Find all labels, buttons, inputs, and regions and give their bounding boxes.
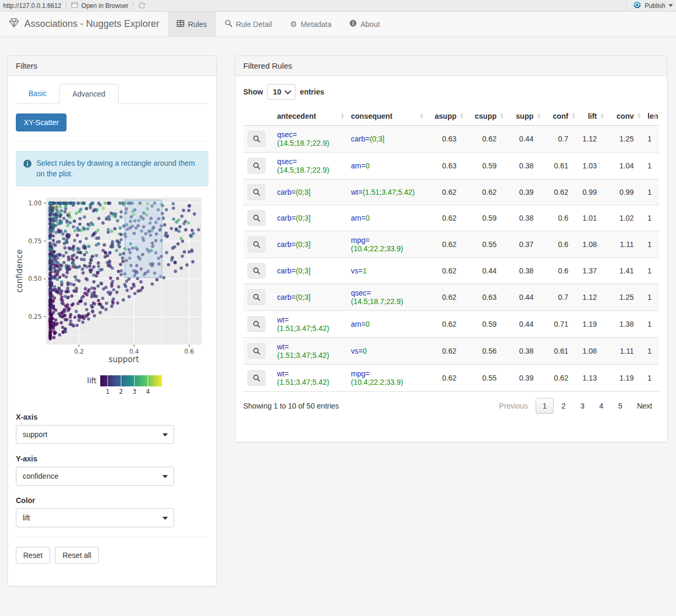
inspect-rule-button[interactable] [247, 289, 265, 305]
svg-text:0.25: 0.25 [28, 313, 42, 320]
header-inspect-column [243, 107, 273, 126]
pagination-page-2[interactable]: 2 [555, 398, 573, 414]
conv-cell: 1.41 [606, 258, 643, 284]
lift-cell: 1.37 [578, 258, 606, 284]
sort-icons: ▲▼ [537, 113, 541, 119]
subtab-advanced[interactable]: Advanced [59, 84, 118, 104]
table-header-row: antecedent▲▼consequent▲▼asupp▲▼csupp▲▼su… [243, 107, 659, 126]
consequent-cell: mpg=(10.4;22.2;33.9) [347, 365, 426, 392]
y-axis-select[interactable]: confidence [16, 467, 174, 486]
inspect-rule-button[interactable] [247, 184, 265, 200]
reset-all-button[interactable]: Reset all [55, 547, 98, 564]
svg-text:2: 2 [119, 388, 123, 395]
column-header-conv[interactable]: conv▲▼ [606, 107, 643, 126]
scatter-plot[interactable]: 0.20.40.60.250.500.751.00supportconfiden… [16, 194, 208, 402]
lift-cell: 1.19 [578, 311, 606, 338]
sort-icons: ▲▼ [600, 113, 604, 119]
subtab-basic[interactable]: Basic [16, 84, 59, 104]
pagination-page-3[interactable]: 3 [574, 398, 592, 414]
supp-cell: 0.37 [506, 231, 543, 258]
color-select[interactable]: lift [16, 508, 174, 527]
len-cell: 1 [643, 231, 659, 258]
pagination-page-4[interactable]: 4 [593, 398, 611, 414]
svg-text:0.2: 0.2 [74, 348, 84, 355]
consequent-cell: carb=(0;3] [347, 126, 426, 153]
lift-colorbar [100, 375, 162, 386]
app-title: Associations - Nuggets Explorer [24, 18, 159, 30]
sort-icons: ▲▼ [460, 113, 464, 119]
inspect-rule-button[interactable] [247, 343, 265, 359]
reset-button[interactable]: Reset [16, 547, 50, 564]
conf-cell: 0.61 [543, 153, 578, 179]
conv-cell: 1.11 [606, 338, 643, 365]
xy-scatter-button[interactable]: XY-Scatter [16, 113, 66, 131]
rule-row: qsec=(14.5;18.7;22.9)am=00.630.590.380.6… [243, 153, 659, 179]
rule-row: carb=(0;3]mpg=(10.4;22.2;33.9)0.620.550.… [243, 231, 659, 258]
inspect-rule-button[interactable] [247, 131, 265, 147]
column-header-conf[interactable]: conf▲▼ [543, 107, 578, 126]
tab-about[interactable]: About [340, 12, 389, 36]
supp-cell: 0.38 [506, 205, 543, 231]
conf-cell: 0.71 [543, 311, 578, 338]
column-header-consequent[interactable]: consequent▲▼ [347, 107, 426, 126]
x-axis-title: support [109, 355, 139, 364]
page-length-select[interactable]: 10 [267, 84, 296, 100]
csupp-cell: 0.59 [466, 205, 506, 231]
publish-icon [633, 1, 642, 10]
antecedent-cell: carb=(0;3] [273, 284, 347, 311]
conf-cell: 0.62 [543, 179, 578, 205]
svg-text:3: 3 [132, 388, 137, 395]
tab-rules[interactable]: Rules [168, 12, 216, 36]
publish-caret-icon[interactable] [669, 4, 673, 7]
pagination-next[interactable]: Next [630, 398, 659, 414]
open-in-browser-button[interactable]: Open in Browser [71, 2, 128, 10]
rules-table: antecedent▲▼consequent▲▼asupp▲▼csupp▲▼su… [243, 107, 659, 392]
csupp-cell: 0.62 [466, 126, 506, 153]
csupp-cell: 0.59 [466, 311, 506, 338]
inspect-rule-button[interactable] [247, 370, 265, 386]
publish-button[interactable]: Publish [645, 2, 665, 10]
inspect-rule-button[interactable] [247, 316, 265, 332]
chevron-down-icon [163, 475, 168, 478]
svg-text:0.4: 0.4 [129, 348, 139, 355]
column-header-len[interactable]: len▲▼ [643, 107, 659, 126]
x-axis-label: X-axis [16, 413, 208, 421]
toolbar-separator [66, 2, 66, 10]
column-header-antecedent[interactable]: antecedent▲▼ [273, 107, 347, 126]
page-length-control: Show 10 entries [243, 84, 659, 100]
inspect-rule-button[interactable] [247, 158, 265, 174]
inspect-rule-button[interactable] [247, 263, 265, 279]
tab-metadata[interactable]: ⚙ Metadata [281, 12, 340, 36]
rule-row: qsec=(14.5;18.7;22.9)carb=(0;3]0.630.620… [243, 126, 659, 153]
x-axis-select[interactable]: support [16, 425, 174, 444]
lift-cell: 1.13 [578, 365, 606, 392]
tab-rule-detail[interactable]: Rule Detail [216, 12, 281, 36]
column-header-csupp[interactable]: csupp▲▼ [466, 107, 506, 126]
supp-cell: 0.38 [506, 153, 543, 179]
pagination-page-5[interactable]: 5 [611, 398, 629, 414]
table-info: Showing 1 to 10 of 50 entries [243, 402, 339, 410]
pagination-previous[interactable]: Previous [492, 398, 535, 414]
column-header-asupp[interactable]: asupp▲▼ [426, 107, 466, 126]
legend-title: lift [87, 376, 97, 385]
pagination-page-1[interactable]: 1 [536, 398, 554, 414]
info-alert-text: Select rules by drawing a rectangle arou… [36, 158, 201, 179]
refresh-button[interactable] [138, 2, 146, 10]
color-label: Color [16, 496, 208, 505]
toolbar-separator [133, 2, 134, 10]
inspect-rule-button[interactable] [247, 236, 265, 252]
conf-cell: 0.7 [543, 284, 578, 311]
lift-cell: 1.03 [578, 153, 606, 179]
csupp-cell: 0.55 [466, 365, 506, 392]
column-header-lift[interactable]: lift▲▼ [578, 107, 606, 126]
antecedent-cell: carb=(0;3] [273, 205, 347, 231]
rule-row: wt=(1.51;3.47;5.42)mpg=(10.4;22.2;33.9)0… [243, 365, 659, 392]
conv-cell: 1.38 [606, 311, 643, 338]
column-header-supp[interactable]: supp▲▼ [506, 107, 543, 126]
len-cell: 1 [643, 365, 659, 392]
conv-cell: 1.19 [606, 365, 643, 392]
rule-row: wt=(1.51;3.47;5.42)am=00.620.590.440.711… [243, 311, 659, 338]
x-axis-control: X-axis support [16, 413, 208, 444]
lift-cell: 1.08 [578, 231, 606, 258]
inspect-rule-button[interactable] [247, 210, 265, 226]
